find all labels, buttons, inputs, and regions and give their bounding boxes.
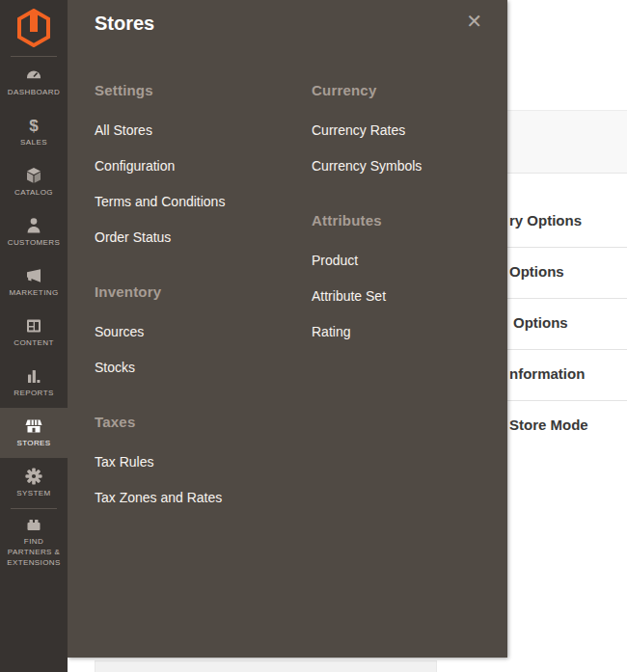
person-icon bbox=[24, 216, 43, 235]
sidebar-item-content[interactable]: CONTENT bbox=[0, 308, 68, 358]
gauge-icon bbox=[24, 66, 43, 85]
sidebar-item-sales[interactable]: $ SALES bbox=[0, 107, 68, 157]
box-icon bbox=[24, 166, 43, 185]
sidebar-item-label: DASHBOARD bbox=[8, 88, 60, 98]
config-section-title: Options bbox=[513, 314, 568, 331]
layout-icon bbox=[24, 316, 43, 336]
config-section-title: Store Mode bbox=[509, 417, 588, 433]
flyout-section-inventory: Inventory Sources Stocks bbox=[95, 283, 302, 375]
screen: ry Options Options Options nformation St… bbox=[0, 0, 627, 672]
section-heading: Attributes bbox=[312, 212, 495, 228]
page-content-block bbox=[95, 660, 437, 672]
menu-item-order-status[interactable]: Order Status bbox=[95, 230, 302, 245]
sidebar-item-label: CATALOG bbox=[14, 188, 53, 199]
flyout-section-attributes: Attributes Product Attribute Set Rating bbox=[312, 212, 495, 339]
megaphone-icon bbox=[24, 266, 43, 285]
brick-icon bbox=[24, 515, 43, 534]
section-heading: Inventory bbox=[95, 283, 302, 300]
sidebar-item-customers[interactable]: CUSTOMERS bbox=[0, 207, 68, 257]
sidebar-item-label: SYSTEM bbox=[16, 489, 50, 499]
section-heading: Taxes bbox=[95, 414, 302, 430]
menu-item-currency-symbols[interactable]: Currency Symbols bbox=[312, 159, 495, 174]
sidebar-item-dashboard[interactable]: DASHBOARD bbox=[0, 57, 68, 107]
sidebar-item-stores[interactable]: STORES bbox=[0, 408, 68, 458]
bar-chart-icon bbox=[24, 366, 43, 386]
sidebar-item-label: CUSTOMERS bbox=[8, 238, 61, 249]
config-section-title: nformation bbox=[509, 365, 585, 382]
storefront-icon bbox=[23, 417, 44, 436]
dollar-icon: $ bbox=[24, 116, 43, 135]
magento-logo[interactable] bbox=[0, 0, 68, 56]
gear-icon bbox=[24, 467, 43, 486]
menu-item-sources[interactable]: Sources bbox=[95, 325, 302, 339]
close-icon[interactable]: ✕ bbox=[462, 8, 486, 35]
config-section-title: ry Options bbox=[509, 212, 582, 228]
sidebar-item-label: STORES bbox=[16, 439, 50, 449]
sidebar-item-marketing[interactable]: MARKETING bbox=[0, 257, 68, 308]
svg-text:$: $ bbox=[29, 117, 39, 135]
menu-item-attribute-set[interactable]: Attribute Set bbox=[312, 289, 495, 304]
flyout-column-left: Settings All Stores Configuration Terms … bbox=[95, 82, 302, 544]
menu-item-tax-rules[interactable]: Tax Rules bbox=[95, 455, 302, 470]
admin-sidebar: DASHBOARD $ SALES CATALOG bbox=[0, 0, 68, 672]
menu-item-product[interactable]: Product bbox=[312, 254, 495, 268]
menu-item-configuration[interactable]: Configuration bbox=[95, 159, 302, 174]
menu-item-all-stores[interactable]: All Stores bbox=[95, 123, 302, 138]
sidebar-item-label: CONTENT bbox=[14, 338, 53, 349]
menu-item-terms-and-conditions[interactable]: Terms and Conditions bbox=[95, 195, 302, 209]
sidebar-item-label: MARKETING bbox=[9, 288, 58, 299]
menu-item-tax-zones-and-rates[interactable]: Tax Zones and Rates bbox=[95, 491, 302, 505]
sidebar-item-reports[interactable]: REPORTS bbox=[0, 358, 68, 408]
sidebar-item-catalog[interactable]: CATALOG bbox=[0, 157, 68, 207]
sidebar-item-label: FIND PARTNERS & EXTENSIONS bbox=[2, 537, 66, 568]
section-heading: Currency bbox=[312, 82, 495, 98]
menu-item-currency-rates[interactable]: Currency Rates bbox=[312, 123, 495, 138]
config-section-title: Options bbox=[509, 263, 564, 280]
stores-flyout-menu: Stores ✕ Settings All Stores Configurati… bbox=[68, 0, 507, 658]
menu-item-stocks[interactable]: Stocks bbox=[95, 361, 302, 375]
flyout-section-currency: Currency Currency Rates Currency Symbols bbox=[312, 82, 495, 174]
sidebar-item-label: REPORTS bbox=[14, 389, 53, 399]
flyout-title: Stores bbox=[95, 13, 154, 35]
sidebar-item-label: SALES bbox=[20, 138, 47, 148]
section-heading: Settings bbox=[95, 82, 302, 98]
flyout-section-taxes: Taxes Tax Rules Tax Zones and Rates bbox=[95, 414, 302, 505]
flyout-column-right: Currency Currency Rates Currency Symbols… bbox=[312, 82, 495, 378]
flyout-section-settings: Settings All Stores Configuration Terms … bbox=[95, 82, 302, 245]
sidebar-item-find-partners[interactable]: FIND PARTNERS & EXTENSIONS bbox=[0, 509, 68, 575]
menu-item-rating[interactable]: Rating bbox=[312, 325, 495, 339]
sidebar-item-system[interactable]: SYSTEM bbox=[0, 458, 68, 508]
